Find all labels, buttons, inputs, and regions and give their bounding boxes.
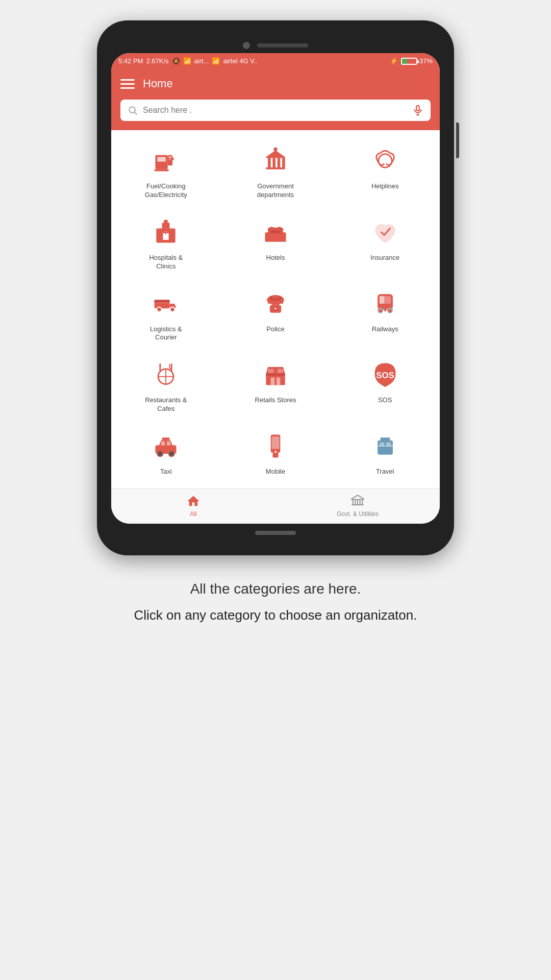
retail-label: Retails Stores <box>255 396 296 405</box>
front-camera <box>243 42 250 49</box>
svg-point-51 <box>387 308 392 312</box>
category-item-police[interactable]: Police <box>221 278 331 350</box>
svg-rect-68 <box>161 442 165 445</box>
category-item-retail[interactable]: Retails Stores <box>221 349 331 421</box>
svg-point-37 <box>170 307 175 311</box>
signal-icon: 📶 <box>212 57 220 65</box>
category-item-hospitals[interactable]: Hospitals &Clinics <box>111 207 221 278</box>
svg-point-46 <box>274 307 277 309</box>
category-item-travel[interactable]: Travel <box>330 421 440 483</box>
svg-rect-35 <box>155 300 170 303</box>
svg-point-42 <box>272 295 280 299</box>
svg-rect-33 <box>265 240 286 242</box>
hamburger-menu[interactable] <box>120 79 135 89</box>
logistics-label: Logistics &Courier <box>150 325 182 342</box>
search-bar[interactable] <box>120 100 431 121</box>
svg-point-0 <box>129 107 135 113</box>
svg-rect-43 <box>272 304 280 305</box>
svg-rect-72 <box>162 437 170 440</box>
svg-rect-9 <box>155 169 169 172</box>
status-speed: 2.67K/s <box>146 57 168 65</box>
insurance-label: Insurance <box>370 254 399 262</box>
retail-icon <box>259 358 292 391</box>
bottom-navigation: All Govt. & Utilities <box>111 488 440 524</box>
search-container <box>111 100 440 130</box>
category-item-railways[interactable]: Railways <box>330 278 440 350</box>
caption-main: All the categories are here. <box>134 581 417 597</box>
phone-screen: 5:42 PM 2.67K/s 🔕 📶 airt... 📶 airtel 4G … <box>111 53 440 524</box>
svg-point-31 <box>270 227 273 231</box>
category-item-fuel[interactable]: Fuel/CookingGas/Electricity <box>111 135 221 207</box>
svg-point-75 <box>274 451 277 453</box>
carrier1: airt... <box>194 57 209 65</box>
category-item-logistics[interactable]: Logistics &Courier <box>111 278 221 350</box>
restaurants-label: Restaurants &Cafes <box>145 396 187 413</box>
power-button <box>456 122 459 158</box>
nav-item-govt-utils[interactable]: Govt. & Utilities <box>276 494 440 518</box>
govt-icon <box>259 144 292 177</box>
svg-rect-81 <box>386 443 391 446</box>
police-label: Police <box>266 325 284 334</box>
category-item-restaurants[interactable]: Restaurants &Cafes <box>111 349 221 421</box>
svg-rect-76 <box>272 453 278 457</box>
svg-line-1 <box>135 112 137 115</box>
nav-all-label: All <box>190 510 196 518</box>
svg-rect-80 <box>379 443 384 446</box>
svg-text:SOS: SOS <box>376 371 394 381</box>
helplines-label: Helplines <box>371 182 398 191</box>
svg-rect-17 <box>266 167 285 169</box>
restaurants-icon <box>149 358 182 391</box>
taxi-label: Taxi <box>160 468 172 476</box>
svg-rect-65 <box>278 369 283 373</box>
battery-indicator <box>401 58 417 65</box>
status-left: 5:42 PM 2.67K/s 🔕 📶 airt... 📶 airtel 4G … <box>118 57 258 65</box>
nav-govt-utils-label: Govt. & Utilities <box>337 510 379 518</box>
category-item-sos[interactable]: SOS SOS <box>330 349 440 421</box>
status-right: ⚡ 37% <box>390 57 433 65</box>
status-bar: 5:42 PM 2.67K/s 🔕 📶 airt... 📶 airtel 4G … <box>111 53 440 69</box>
svg-rect-22 <box>162 223 170 229</box>
svg-point-50 <box>378 308 383 312</box>
svg-rect-15 <box>278 158 281 167</box>
category-item-helplines[interactable]: Helplines <box>330 135 440 207</box>
mobile-icon <box>259 430 292 462</box>
nav-item-all[interactable]: All <box>111 494 276 518</box>
railways-label: Railways <box>372 325 398 334</box>
page-title: Home <box>143 77 173 90</box>
svg-rect-23 <box>164 220 168 224</box>
category-item-govt[interactable]: Governmentdepartments <box>221 135 331 207</box>
logistics-icon <box>149 287 182 320</box>
hospitals-icon <box>149 216 182 249</box>
category-item-taxi[interactable]: Taxi <box>111 421 221 483</box>
carrier2: airtel 4G V.. <box>223 57 257 65</box>
travel-icon <box>369 430 402 462</box>
search-input[interactable] <box>143 106 407 115</box>
category-item-mobile[interactable]: Mobile <box>221 421 331 483</box>
category-grid: Fuel/CookingGas/Electricity <box>111 130 440 488</box>
caption-sub: Click on any category to choose an organ… <box>134 607 417 623</box>
category-item-insurance[interactable]: Insurance <box>330 207 440 278</box>
phone-top <box>111 36 440 53</box>
mic-icon[interactable] <box>412 105 423 116</box>
svg-rect-2 <box>416 106 419 111</box>
search-icon <box>128 105 138 115</box>
svg-point-36 <box>157 307 162 311</box>
category-item-hotels[interactable]: Hotels <box>221 207 331 278</box>
sos-label: SOS <box>378 396 392 405</box>
mobile-label: Mobile <box>266 468 285 476</box>
svg-rect-61 <box>266 374 285 376</box>
status-time: 5:42 PM <box>118 57 143 65</box>
wifi-icon: 📶 <box>183 57 191 65</box>
phone-frame: 5:42 PM 2.67K/s 🔕 📶 airt... 📶 airtel 4G … <box>97 20 454 555</box>
fuel-label: Fuel/CookingGas/Electricity <box>145 182 187 200</box>
svg-rect-63 <box>277 378 280 385</box>
svg-marker-12 <box>266 150 285 158</box>
hotels-label: Hotels <box>266 254 285 262</box>
charging-icon: ⚡ <box>390 57 398 65</box>
svg-rect-14 <box>272 158 276 167</box>
svg-rect-74 <box>272 436 280 449</box>
travel-label: Travel <box>376 468 394 476</box>
hospitals-label: Hospitals &Clinics <box>149 254 183 271</box>
sos-icon: SOS <box>369 358 402 391</box>
svg-rect-49 <box>379 296 384 304</box>
